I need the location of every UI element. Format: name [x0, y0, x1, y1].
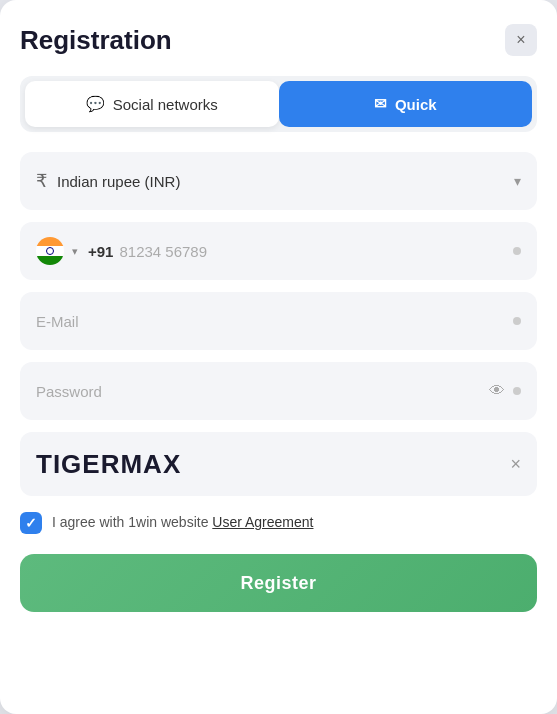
tab-quick[interactable]: ✉ Quick — [279, 81, 533, 127]
tab-quick-label: Quick — [395, 96, 437, 113]
email-field[interactable] — [20, 292, 537, 350]
phone-input[interactable] — [119, 243, 513, 260]
checkmark-icon: ✓ — [25, 515, 37, 531]
flag-chevron-icon: ▾ — [72, 245, 78, 258]
password-input[interactable] — [36, 383, 489, 400]
agreement-row: ✓ I agree with 1win website User Agreeme… — [20, 512, 537, 534]
rupee-icon: ₹ — [36, 170, 47, 192]
register-button[interactable]: Register — [20, 554, 537, 612]
required-dot — [513, 387, 521, 395]
agree-checkbox[interactable]: ✓ — [20, 512, 42, 534]
required-dot — [513, 247, 521, 255]
password-field[interactable]: 👁 — [20, 362, 537, 420]
chevron-down-icon: ▾ — [514, 173, 521, 189]
agreement-text: I agree with 1win website User Agreement — [52, 513, 313, 533]
currency-field[interactable]: ₹ ▾ — [20, 152, 537, 210]
user-agreement-link[interactable]: User Agreement — [212, 514, 313, 530]
eye-icon[interactable]: 👁 — [489, 382, 505, 400]
india-flag — [36, 237, 64, 265]
phone-field[interactable]: ▾ +91 — [20, 222, 537, 280]
currency-input[interactable] — [57, 173, 506, 190]
close-button[interactable]: × — [505, 24, 537, 56]
modal-title: Registration — [20, 25, 172, 56]
email-icon: ✉ — [374, 95, 387, 113]
modal-header: Registration × — [20, 24, 537, 56]
promo-field[interactable]: TIGERMAX × — [20, 432, 537, 496]
tab-row: 💬 Social networks ✉ Quick — [20, 76, 537, 132]
social-icon: 💬 — [86, 95, 105, 113]
promo-clear-button[interactable]: × — [510, 454, 521, 475]
tab-social-networks[interactable]: 💬 Social networks — [25, 81, 279, 127]
required-dot — [513, 317, 521, 325]
tab-social-label: Social networks — [113, 96, 218, 113]
promo-code-value: TIGERMAX — [36, 449, 510, 480]
email-input[interactable] — [36, 313, 513, 330]
country-selector[interactable]: ▾ — [36, 237, 78, 265]
registration-modal: Registration × 💬 Social networks ✉ Quick… — [0, 0, 557, 714]
country-code: +91 — [88, 243, 113, 260]
